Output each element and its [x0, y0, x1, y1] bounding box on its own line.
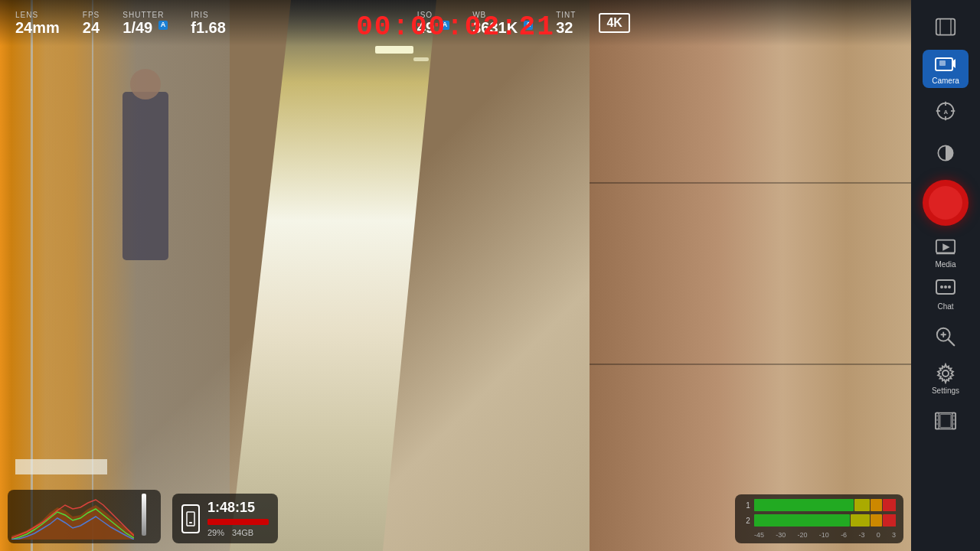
shutter-label: SHUTTER — [122, 11, 168, 19]
iris-label: IRIS — [191, 11, 226, 19]
svg-rect-41 — [937, 415, 938, 417]
scene-corridor — [230, 0, 498, 551]
fps-param: FPS 24 — [83, 11, 100, 36]
svg-rect-17 — [939, 60, 946, 66]
audio-meter-1: 1 — [743, 499, 896, 511]
hud-bottom: 1:48:15 29% 34GB 1 — [8, 490, 903, 543]
lens-param: LENS 24mm — [15, 11, 60, 36]
right-sidebar: Camera A A — [911, 0, 980, 551]
svg-rect-6 — [883, 499, 896, 511]
svg-point-30 — [940, 285, 943, 289]
audio-meter-2: 2 — [743, 514, 896, 527]
storage-bar-fill — [207, 519, 225, 525]
svg-rect-9 — [851, 514, 870, 527]
storage-size: 34GB — [232, 528, 253, 537]
tint-param: TINT 32 — [556, 11, 576, 36]
settings-label: Settings — [932, 386, 959, 395]
autoexposure-icon: A — [935, 142, 956, 164]
svg-rect-4 — [854, 499, 870, 511]
phone-svg — [186, 511, 195, 527]
storage-percent: 29% — [207, 528, 224, 537]
storage-pct-size: 29% 34GB — [207, 528, 269, 537]
phone-icon — [181, 504, 200, 533]
svg-rect-11 — [883, 514, 896, 527]
ch2-label: 2 — [743, 517, 750, 525]
shutter-auto-badge: A — [158, 21, 168, 30]
autofocus-button[interactable]: A — [923, 92, 969, 130]
ceiling-light-1 — [375, 46, 413, 54]
svg-rect-5 — [871, 499, 882, 511]
audio-scale: -45 -30 -20 -10 -6 -3 0 3 — [743, 531, 896, 539]
svg-rect-10 — [871, 514, 882, 527]
media-button[interactable]: Media — [923, 233, 969, 272]
scale-0: 0 — [877, 531, 880, 539]
svg-rect-47 — [940, 414, 951, 428]
record-button[interactable] — [923, 180, 969, 226]
scale-m6: -6 — [841, 531, 847, 539]
svg-rect-42 — [937, 419, 938, 421]
tint-value: 32 — [556, 19, 576, 36]
settings-icon — [935, 363, 956, 384]
timecode: 00:00:02:21 — [356, 11, 555, 43]
media-label: Media — [935, 260, 956, 269]
storage-widget: 1:48:15 29% 34GB — [172, 494, 278, 543]
record-btn-inner — [929, 186, 962, 220]
tint-label: TINT — [556, 11, 576, 19]
camera-scene — [0, 0, 911, 551]
shutter-param: SHUTTER 1/49 A — [122, 11, 168, 36]
autoexposure-button[interactable]: A — [923, 134, 969, 172]
ceiling-light-2 — [413, 57, 429, 61]
scene-desk — [15, 459, 107, 474]
ch1-bar — [754, 499, 896, 511]
storage-bar — [207, 519, 269, 525]
lens-value: 24mm — [15, 19, 60, 36]
svg-text:A: A — [943, 109, 948, 116]
histogram-scale — [136, 494, 152, 540]
hud-top: LENS 24mm FPS 24 SHUTTER 1/49 A IRIS f1.… — [0, 0, 911, 46]
svg-point-32 — [948, 285, 951, 289]
svg-rect-28 — [936, 253, 955, 254]
media-icon — [935, 236, 956, 258]
camera-label: Camera — [932, 77, 959, 85]
histogram-chart — [11, 494, 134, 540]
camera-icon — [935, 53, 956, 74]
svg-line-34 — [949, 340, 954, 345]
scale-3: 3 — [892, 531, 896, 539]
svg-marker-27 — [942, 243, 949, 250]
svg-point-31 — [944, 285, 947, 289]
camera-button[interactable]: Camera — [923, 50, 969, 88]
expand-icon — [935, 16, 956, 37]
fps-label: FPS — [83, 11, 100, 19]
autofocus-icon: A — [935, 100, 956, 122]
ch1-label: 1 — [743, 501, 750, 510]
audio-meters: 1 2 — [735, 494, 903, 543]
resolution-badge: 4K — [599, 13, 629, 33]
iris-param: IRIS f1.68 — [191, 11, 226, 36]
svg-marker-0 — [11, 505, 134, 540]
iris-value: f1.68 — [191, 19, 226, 36]
svg-rect-1 — [187, 512, 194, 526]
svg-rect-44 — [954, 415, 955, 417]
main-container: LENS 24mm FPS 24 SHUTTER 1/49 A IRIS f1.… — [0, 0, 980, 551]
svg-rect-12 — [936, 19, 956, 35]
fps-value: 24 — [83, 19, 100, 36]
settings-button[interactable]: Settings — [923, 360, 969, 398]
chat-button[interactable]: Chat — [923, 276, 969, 314]
chat-label: Chat — [937, 302, 953, 311]
storage-time: 1:48:15 — [207, 500, 269, 516]
filmstrip-button[interactable] — [923, 402, 969, 440]
zoom-button[interactable] — [923, 318, 969, 356]
scene-person — [122, 92, 168, 260]
svg-rect-43 — [937, 423, 938, 425]
camera-viewport: LENS 24mm FPS 24 SHUTTER 1/49 A IRIS f1.… — [0, 0, 911, 551]
lens-label: LENS — [15, 11, 60, 19]
svg-rect-45 — [954, 419, 955, 421]
histogram-scale-bar — [142, 494, 146, 536]
scale-m20: -20 — [798, 531, 808, 539]
scene-right — [590, 0, 911, 551]
svg-rect-46 — [954, 423, 955, 425]
scale-m3: -3 — [858, 531, 864, 539]
expand-button[interactable] — [923, 8, 969, 46]
zoom-icon — [935, 326, 956, 347]
filmstrip-icon — [935, 410, 956, 432]
